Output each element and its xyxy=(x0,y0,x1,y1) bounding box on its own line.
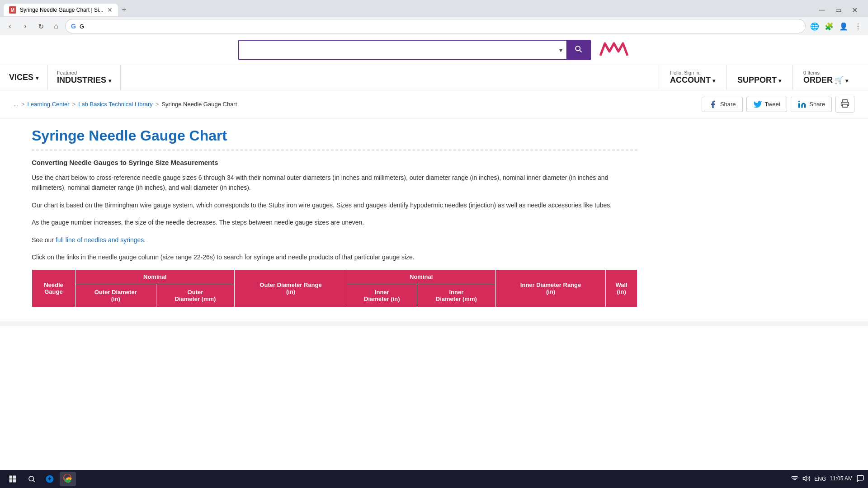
breadcrumb-current: Syringe Needle Gauge Chart xyxy=(161,101,237,108)
nav-account[interactable]: Hello. Sign in. ACCOUNT xyxy=(659,65,726,90)
svg-rect-0 xyxy=(798,103,800,108)
twitter-icon xyxy=(753,100,762,109)
nav-bar: VICES Featured INDUSTRIES Hello. Sign in… xyxy=(0,65,868,90)
tab-close-button[interactable]: ✕ xyxy=(107,6,113,14)
maximize-button[interactable]: ▭ xyxy=(832,4,844,16)
nav-featured-label: Featured xyxy=(57,70,111,75)
col-header-outer-in: Outer Diameter(in) xyxy=(75,284,156,307)
article-subtitle: Converting Needle Gauges to Syringe Size… xyxy=(32,159,637,166)
browser-tab[interactable]: M Syringe Needle Gauge Chart | Si... ✕ xyxy=(4,4,118,16)
article-para-2: Our chart is based on the Birmingham wir… xyxy=(32,200,637,210)
page-content: ▾ VICES Featured INDUSTRIES xyxy=(0,35,868,326)
nav-support[interactable]: SUPPORT xyxy=(726,65,792,90)
forward-button[interactable]: › xyxy=(19,20,32,33)
order-chevron xyxy=(845,75,848,85)
extensions-icon[interactable]: 🧩 xyxy=(823,20,835,33)
browser-titlebar: M Syringe Needle Gauge Chart | Si... ✕ +… xyxy=(0,0,868,17)
breadcrumb-lab-basics[interactable]: Lab Basics Technical Library xyxy=(78,101,153,108)
article-title: Syringe Needle Gauge Chart xyxy=(32,127,637,150)
linkedin-share-button[interactable]: Share xyxy=(791,97,832,112)
breadcrumb-bar: ... > Learning Center > Lab Basics Techn… xyxy=(0,90,868,118)
nav-industries-label: INDUSTRIES xyxy=(57,75,111,84)
breadcrumb-learning-center[interactable]: Learning Center xyxy=(27,101,69,108)
order-label: ORDER 🛒 xyxy=(803,75,848,85)
print-button[interactable] xyxy=(835,96,854,113)
new-tab-button[interactable]: + xyxy=(118,4,131,16)
top-search-area: ▾ xyxy=(0,35,868,65)
account-sublabel: Hello. Sign in. xyxy=(670,70,701,75)
globe-icon[interactable]: 🌐 xyxy=(808,20,821,33)
twitter-share-button[interactable]: Tweet xyxy=(746,97,788,112)
article-para-5: Click on the links in the needle gauge c… xyxy=(32,252,637,262)
window-controls: ─ ▭ ✕ xyxy=(816,4,864,16)
account-label: ACCOUNT xyxy=(670,75,715,85)
address-input[interactable] xyxy=(80,23,800,30)
google-icon: G xyxy=(71,23,76,30)
gauge-table: NeedleGauge Nominal Outer Diameter Range… xyxy=(32,269,637,307)
home-button[interactable]: ⌂ xyxy=(50,20,62,33)
breadcrumb-sep-0: > xyxy=(21,101,25,108)
breadcrumb-sep-2: > xyxy=(156,101,159,108)
menu-icon[interactable]: ⋮ xyxy=(852,20,864,33)
minimize-button[interactable]: ─ xyxy=(816,4,828,16)
breadcrumb-sep-1: > xyxy=(72,101,76,108)
search-input-wrapper: ▾ xyxy=(239,41,566,59)
col-header-outer-range: Outer Diameter Range(in) xyxy=(235,270,347,307)
search-submit-button[interactable] xyxy=(566,41,590,59)
profile-icon[interactable]: 👤 xyxy=(837,20,850,33)
breadcrumb-ellipsis: ... xyxy=(14,101,19,108)
share-buttons: Share Tweet Share xyxy=(702,96,854,113)
tab-favicon: M xyxy=(9,6,16,14)
browser-right-icons: 🌐 🧩 👤 ⋮ xyxy=(808,20,864,33)
search-container: ▾ xyxy=(238,40,591,60)
cart-icon: 🛒 xyxy=(835,76,844,84)
article-content: Syringe Needle Gauge Chart Converting Ne… xyxy=(0,118,660,321)
nav-item-services[interactable]: VICES xyxy=(9,65,48,90)
col-header-inner-range: Inner Diameter Range(in) xyxy=(495,270,606,307)
industries-chevron xyxy=(108,75,111,84)
svg-rect-2 xyxy=(843,104,847,108)
reload-button[interactable]: ↻ xyxy=(34,20,47,33)
address-bar[interactable]: G xyxy=(65,19,806,33)
back-button[interactable]: ‹ xyxy=(4,20,16,33)
article-para-1: Use the chart below to cross-reference n… xyxy=(32,173,637,193)
col-header-wall: Wall(in) xyxy=(606,270,637,307)
col-header-inner-mm: InnerDiameter (mm) xyxy=(417,284,495,307)
browser-controls: ‹ › ↻ ⌂ G 🌐 🧩 👤 ⋮ xyxy=(0,17,868,35)
site-logo[interactable] xyxy=(598,40,630,60)
nav-item-industries[interactable]: Featured INDUSTRIES xyxy=(48,65,121,90)
account-chevron xyxy=(712,75,715,85)
facebook-share-button[interactable]: Share xyxy=(702,97,743,112)
nav-services-label: VICES xyxy=(9,73,38,82)
search-dropdown-button[interactable]: ▾ xyxy=(556,47,566,54)
tab-title: Syringe Needle Gauge Chart | Si... xyxy=(20,7,104,13)
col-group-nominal-outer: Nominal xyxy=(75,270,234,284)
support-sublabel xyxy=(737,70,739,75)
logo-svg xyxy=(598,40,630,59)
nav-spacer xyxy=(121,65,659,90)
nav-right: Hello. Sign in. ACCOUNT SUPPORT 0 Items … xyxy=(659,65,859,90)
article-para-3: As the gauge number increases, the size … xyxy=(32,217,637,227)
linkedin-icon xyxy=(797,100,807,109)
horizontal-scrollbar[interactable] xyxy=(0,321,868,326)
close-button[interactable]: ✕ xyxy=(848,4,861,16)
browser-chrome: M Syringe Needle Gauge Chart | Si... ✕ +… xyxy=(0,0,868,35)
col-header-inner-in: InnerDiameter (in) xyxy=(347,284,417,307)
col-group-nominal-inner: Nominal xyxy=(347,270,495,284)
facebook-icon xyxy=(708,100,717,109)
search-icon xyxy=(574,44,583,53)
article-para-4: See our full line of needles and syringe… xyxy=(32,235,637,245)
needles-syringes-link[interactable]: full line of needles and syringes xyxy=(56,236,144,244)
support-label: SUPPORT xyxy=(737,75,781,85)
svg-point-1 xyxy=(798,100,800,102)
nav-order[interactable]: 0 Items ORDER 🛒 xyxy=(792,65,859,90)
col-header-outer-mm: OuterDiameter (mm) xyxy=(156,284,235,307)
site-search-input[interactable] xyxy=(239,43,556,57)
print-icon xyxy=(840,99,849,108)
order-items-label: 0 Items xyxy=(803,70,820,75)
breadcrumb: ... > Learning Center > Lab Basics Techn… xyxy=(14,101,237,108)
col-header-needle-gauge: NeedleGauge xyxy=(32,270,75,307)
support-chevron xyxy=(778,75,781,85)
